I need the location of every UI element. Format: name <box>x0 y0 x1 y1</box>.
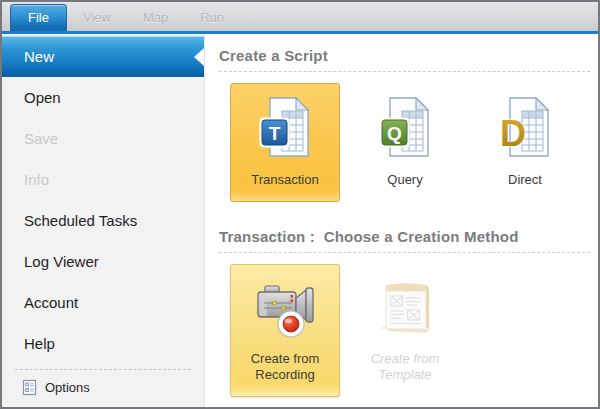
video-camera-icon <box>252 277 318 339</box>
sidebar-item-save: Save <box>2 118 204 159</box>
section-heading-create-script: Create a Script <box>219 47 590 64</box>
badge-letter: D <box>500 113 526 154</box>
sidebar-item-label: Save <box>24 130 58 147</box>
sidebar-item-label: Log Viewer <box>24 253 99 270</box>
sidebar-item-label: Account <box>24 294 78 311</box>
sidebar-item-scheduled-tasks[interactable]: Scheduled Tasks <box>2 200 204 241</box>
badge-letter: Q <box>387 123 402 144</box>
tile-query[interactable]: Q Query <box>350 83 460 202</box>
script-type-tiles: T Transaction <box>230 83 590 202</box>
tab-map[interactable]: Map <box>127 5 184 31</box>
menu-tab-bar: File View Map Run <box>2 2 598 31</box>
sidebar-item-label: Scheduled Tasks <box>24 212 137 229</box>
sidebar-nav: New Open Save Info Scheduled Tasks Log V… <box>2 36 204 369</box>
sidebar-item-new[interactable]: New <box>2 36 204 77</box>
sidebar-item-label: Help <box>24 335 55 352</box>
tile-label: Create fromRecording <box>251 351 320 383</box>
tile-create-from-recording[interactable]: Create fromRecording <box>230 264 340 397</box>
sidebar-item-options[interactable]: Options <box>15 369 191 407</box>
creation-method-tiles: Create fromRecording <box>230 264 590 397</box>
section-divider <box>219 252 590 253</box>
backstage-sidebar: New Open Save Info Scheduled Tasks Log V… <box>2 34 205 407</box>
section-divider <box>219 71 590 72</box>
sidebar-item-label: Open <box>24 89 61 106</box>
sidebar-item-label: New <box>24 48 54 65</box>
direct-script-icon: D <box>496 96 554 158</box>
template-icon <box>376 277 434 337</box>
tile-label-line2: Recording <box>255 367 314 382</box>
tab-view[interactable]: View <box>67 5 127 31</box>
sidebar-item-help[interactable]: Help <box>2 323 204 364</box>
section-heading-creation-method: Transaction : Choose a Creation Method <box>219 228 590 245</box>
tab-file[interactable]: File <box>10 4 67 31</box>
tile-label-line1: Create from <box>251 351 320 366</box>
tile-transaction[interactable]: T Transaction <box>230 83 340 202</box>
sidebar-item-open[interactable]: Open <box>2 77 204 118</box>
tile-label: Query <box>387 172 422 188</box>
tile-label: Direct <box>508 172 542 188</box>
tile-label-line1: Create from <box>371 351 440 366</box>
tile-direct[interactable]: D Direct <box>470 83 580 202</box>
options-label: Options <box>45 380 90 395</box>
application-window: File View Map Run New Open Save Info <box>0 0 600 409</box>
transaction-script-icon: T <box>256 96 314 158</box>
query-script-icon: Q <box>376 96 434 158</box>
options-form-icon <box>22 379 37 396</box>
tile-label: Create fromTemplate <box>371 351 440 383</box>
sidebar-item-log-viewer[interactable]: Log Viewer <box>2 241 204 282</box>
tile-label: Transaction <box>251 172 318 188</box>
badge-letter: T <box>269 123 281 144</box>
sidebar-item-info: Info <box>2 159 204 200</box>
sidebar-item-account[interactable]: Account <box>2 282 204 323</box>
tab-run[interactable]: Run <box>184 5 240 31</box>
tile-create-from-template: Create fromTemplate <box>350 264 460 397</box>
sidebar-item-label: Info <box>24 171 49 188</box>
backstage-content: Create a Script <box>205 34 598 407</box>
tile-label-line2: Template <box>378 367 431 382</box>
